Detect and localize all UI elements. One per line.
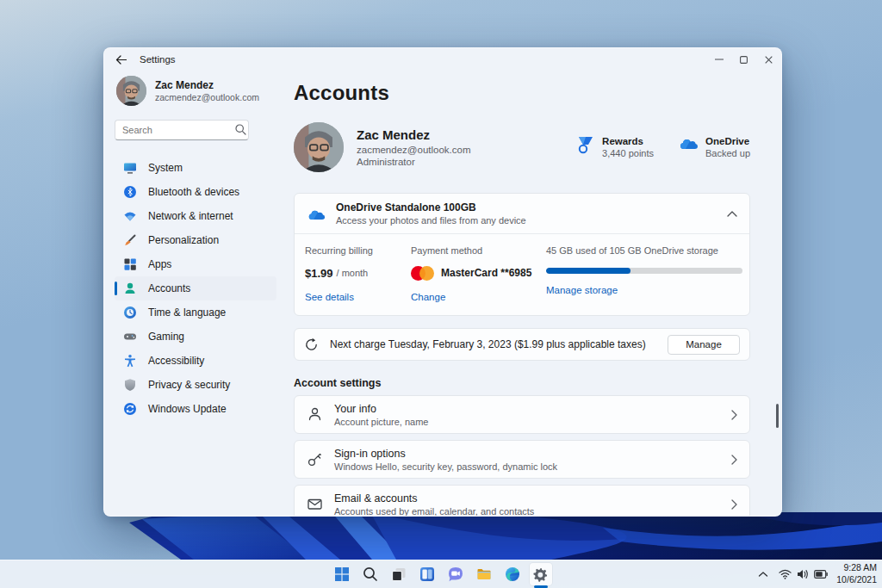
wifi-icon[interactable] [779,569,792,579]
profile-header: Zac Mendez zacmendez@outlook.com Adminis… [294,122,750,172]
chevron-right-icon [731,499,737,510]
sign-in-options-row[interactable]: Sign-in options Windows Hello, security … [294,440,750,479]
search-icon [235,124,246,135]
onedrive-status-sub: Backed up [705,148,750,158]
profile-role: Administrator [357,157,471,167]
sidebar-item-accounts[interactable]: Accounts [115,276,276,300]
sidebar-item-label: Time & language [148,306,226,319]
see-details-link[interactable]: See details [305,292,411,302]
sidebar-item-personalization[interactable]: Personalization [115,228,276,252]
onedrive-badge[interactable]: OneDrive Backed up [678,136,750,158]
onedrive-card-title: OneDrive Standalone 100GB [336,201,526,214]
window-scrollbar-thumb[interactable] [776,404,779,428]
volume-icon[interactable] [797,569,809,579]
renew-icon [304,337,319,352]
sidebar-item-apps[interactable]: Apps [115,252,276,276]
sidebar-user-name: Zac Mendez [155,79,259,91]
rewards-icon [576,136,595,157]
sidebar-item-time-language[interactable]: Time & language [115,300,276,325]
taskbar: 9:28 AM 10/6/2021 [0,560,882,588]
storage-progress [546,268,742,274]
your-info-row[interactable]: Your info Account picture, name [294,395,750,434]
onedrive-cloud-icon [307,207,326,220]
sidebar-item-gaming[interactable]: Gaming [115,325,276,349]
network-icon [123,209,137,223]
close-button[interactable] [756,48,781,71]
page-title: Accounts [294,81,750,105]
sidebar-item-windows-update[interactable]: Windows Update [115,397,276,421]
sidebar-item-label: Accessibility [148,355,204,367]
onedrive-card-header[interactable]: OneDrive Standalone 100GB Access your ph… [295,194,749,233]
payment-method: MasterCard **6985 [441,267,531,279]
system-icon [123,161,137,175]
account-settings-heading: Account settings [294,377,750,389]
windows-update-icon [123,402,137,416]
storage-progress-fill [546,268,630,274]
onedrive-card-subtitle: Access your photos and files from any de… [336,215,526,226]
settings-gear-icon [532,566,549,583]
file-explorer-icon [476,566,492,582]
row-title: Your info [334,403,428,415]
sidebar-profile[interactable]: Zac Mendez zacmendez@outlook.com [115,76,276,106]
chevron-up-icon[interactable] [727,211,737,217]
search-box [115,120,276,140]
task-view-icon [391,566,407,582]
battery-icon[interactable] [814,570,828,579]
row-title: Sign-in options [334,448,557,460]
widgets-button[interactable] [416,563,438,585]
main-content: Accounts Zac Mendez [287,71,781,516]
payment-label: Payment method [411,245,546,256]
manage-button[interactable]: Manage [668,335,740,355]
rewards-badge[interactable]: Rewards 3,440 points [576,136,654,158]
windows-start-icon [334,566,350,582]
sidebar-item-bluetooth[interactable]: Bluetooth & devices [115,180,276,204]
sidebar-item-system[interactable]: System [115,156,276,180]
sidebar-item-privacy-security[interactable]: Privacy & security [115,373,276,397]
sidebar-item-accessibility[interactable]: Accessibility [115,349,276,373]
time-language-icon [123,306,137,319]
sidebar-item-label: Gaming [148,331,184,343]
billing-price: $1.99 [305,267,333,280]
row-title: Email & accounts [334,492,534,504]
sidebar-item-network[interactable]: Network & internet [115,204,276,228]
onedrive-status-title: OneDrive [705,136,750,146]
app-title: Settings [140,54,176,65]
chevron-right-icon [731,455,737,465]
gaming-icon [123,330,137,344]
sidebar-nav: System Bluetooth & devices [115,156,276,421]
sidebar: Zac Mendez zacmendez@outlook.com [104,71,287,516]
search-icon [363,566,378,582]
rewards-points: 3,440 points [602,148,654,158]
widgets-icon [419,566,435,582]
clock-time: 9:28 AM [836,562,877,574]
task-view-button[interactable] [388,563,410,585]
accounts-icon [123,282,137,295]
profile-email: zacmendez@outlook.com [357,145,471,155]
start-button[interactable] [331,563,353,585]
change-link[interactable]: Change [411,292,546,302]
selected-indicator [115,282,117,295]
mastercard-icon [411,266,434,281]
billing-label: Recurring billing [305,245,411,256]
email-accounts-row[interactable]: Email & accounts Accounts used by email,… [294,485,750,517]
search-input[interactable] [115,120,249,140]
taskbar-clock[interactable]: 9:28 AM 10/6/2021 [833,562,877,585]
search-taskbar-button[interactable] [359,563,382,585]
edge-button[interactable] [501,563,524,585]
back-icon[interactable] [115,55,127,65]
manage-storage-link[interactable]: Manage storage [546,285,742,295]
tray-chevron-up-icon[interactable] [758,571,768,578]
onedrive-card: OneDrive Standalone 100GB Access your ph… [294,193,750,316]
onedrive-icon [678,136,699,150]
sidebar-item-label: System [148,162,183,174]
your-info-icon [307,406,323,423]
personalization-icon [123,233,137,247]
email-icon [307,496,323,512]
file-explorer-button[interactable] [473,563,495,585]
minimize-button[interactable] [706,48,731,71]
settings-taskbar-button[interactable] [530,563,552,585]
maximize-button[interactable] [731,48,756,71]
chat-button[interactable] [444,563,467,585]
sidebar-item-label: Windows Update [148,403,227,415]
bluetooth-icon [123,185,137,199]
